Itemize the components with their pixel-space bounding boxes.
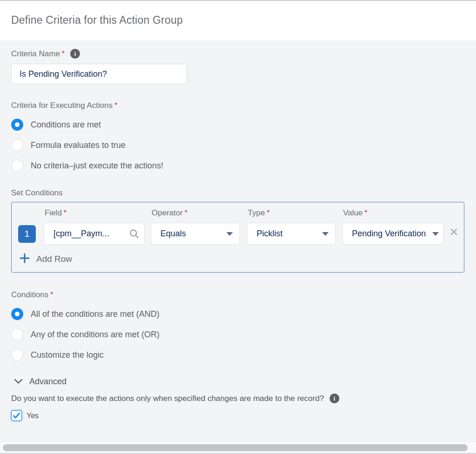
radio-label: Conditions are met <box>31 120 101 130</box>
radio-option-customize-logic[interactable]: Customize the logic <box>11 349 465 361</box>
radio-button[interactable] <box>11 328 23 340</box>
remove-row-icon[interactable]: × <box>450 224 458 239</box>
advanced-question-row: Do you want to execute the actions only … <box>11 394 465 403</box>
radio-button[interactable] <box>11 119 23 131</box>
radio-option-formula-true[interactable]: Formula evaluates to true <box>11 139 465 151</box>
yes-checkbox-label: Yes <box>26 412 39 420</box>
chevron-down-icon <box>322 232 329 236</box>
value-label-text: Value <box>343 208 363 218</box>
type-select[interactable]: Picklist <box>247 223 336 245</box>
set-conditions-label: Set Conditions <box>11 188 465 198</box>
required-asterisk: * <box>62 50 65 58</box>
yes-checkbox-row[interactable]: Yes <box>11 410 465 421</box>
advanced-toggle[interactable]: Advanced <box>11 377 465 387</box>
radio-option-all-and[interactable]: All of the conditions are met (AND) <box>11 308 465 320</box>
conditions-label-text: Conditions <box>11 290 48 300</box>
value-column-label: Value* <box>343 208 443 218</box>
operator-select[interactable]: Equals <box>151 223 240 245</box>
criteria-exec-label-text: Criteria for Executing Actions <box>11 101 112 110</box>
search-icon[interactable] <box>129 229 139 241</box>
plus-icon <box>19 253 30 266</box>
add-row-button[interactable]: Add Row <box>18 253 458 266</box>
radio-option-any-or[interactable]: Any of the conditions are met (OR) <box>11 328 465 340</box>
radio-label: No criteria–just execute the actions! <box>31 161 163 171</box>
panel-header: Define Criteria for this Action Group <box>0 1 476 40</box>
info-icon[interactable]: i <box>330 394 339 403</box>
chevron-down-icon <box>432 232 439 236</box>
field-column-label: Field* <box>45 208 151 218</box>
value-select[interactable]: Pending Verification <box>342 223 443 245</box>
criteria-name-label-text: Criteria Name <box>11 49 60 59</box>
row-number-badge: 1 <box>18 225 36 243</box>
set-conditions-label-text: Set Conditions <box>11 188 63 198</box>
condition-row: 1 Field* [cpm__Paym... <box>18 208 458 245</box>
operator-column: Operator* Equals <box>151 208 247 245</box>
row-number-column: 1 <box>18 208 36 245</box>
set-conditions-group: Set Conditions 1 Field* [cpm__Paym... <box>11 188 465 273</box>
add-row-label: Add Row <box>36 254 72 264</box>
checkmark-icon <box>13 413 20 419</box>
panel-body: Criteria Name* i Criteria for Executing … <box>0 40 476 421</box>
radio-button[interactable] <box>11 139 23 151</box>
required-asterisk: * <box>267 209 270 217</box>
field-label-text: Field <box>45 208 62 218</box>
radio-option-conditions-met[interactable]: Conditions are met <box>11 119 465 131</box>
yes-checkbox[interactable] <box>11 410 22 421</box>
radio-button[interactable] <box>11 160 23 172</box>
conditions-box: 1 Field* [cpm__Paym... <box>11 202 464 273</box>
required-asterisk: * <box>185 209 187 217</box>
type-value: Picklist <box>257 229 283 239</box>
operator-value: Equals <box>160 229 186 239</box>
criteria-exec-group: Criteria for Executing Actions* Conditio… <box>11 101 465 172</box>
type-label-text: Type <box>248 208 265 218</box>
field-value: [cpm__Paym... <box>53 229 109 239</box>
required-asterisk: * <box>114 101 117 110</box>
radio-label: All of the conditions are met (AND) <box>31 309 159 319</box>
radio-label: Any of the conditions are met (OR) <box>31 330 159 340</box>
criteria-name-label: Criteria Name* i <box>11 49 465 59</box>
operator-label-text: Operator <box>152 208 183 218</box>
required-asterisk: * <box>64 209 66 217</box>
criteria-name-input[interactable] <box>11 64 187 84</box>
radio-label: Customize the logic <box>31 350 104 360</box>
radio-option-no-criteria[interactable]: No criteria–just execute the actions! <box>11 160 465 172</box>
radio-label: Formula evaluates to true <box>31 140 126 150</box>
required-asterisk: * <box>50 291 53 299</box>
advanced-label: Advanced <box>29 377 66 387</box>
page-title: Define Criteria for this Action Group <box>11 14 465 27</box>
criteria-name-group: Criteria Name* i <box>11 49 465 84</box>
radio-button[interactable] <box>11 308 23 320</box>
value-value: Pending Verification <box>352 229 426 239</box>
conditions-logic-group: Conditions* All of the conditions are me… <box>11 290 465 361</box>
horizontal-scrollbar[interactable] <box>0 441 476 453</box>
type-column: Type* Picklist <box>247 208 342 245</box>
value-column: Value* Pending Verification <box>342 208 443 245</box>
chevron-down-icon <box>226 232 233 236</box>
type-column-label: Type* <box>248 208 342 218</box>
info-icon[interactable]: i <box>70 49 80 59</box>
criteria-exec-label: Criteria for Executing Actions* <box>11 101 465 110</box>
conditions-label: Conditions* <box>11 290 465 300</box>
radio-button[interactable] <box>11 349 23 361</box>
operator-column-label: Operator* <box>152 208 247 218</box>
horizontal-scrollbar-thumb[interactable] <box>3 444 468 451</box>
required-asterisk: * <box>364 209 367 217</box>
advanced-question-text: Do you want to execute the actions only … <box>11 394 324 403</box>
field-lookup-input[interactable]: [cpm__Paym... <box>44 223 145 245</box>
define-criteria-panel: { "header": { "title": "Define Criteria … <box>0 0 476 454</box>
chevron-down-icon <box>14 378 23 386</box>
field-column: Field* [cpm__Paym... <box>44 208 151 245</box>
